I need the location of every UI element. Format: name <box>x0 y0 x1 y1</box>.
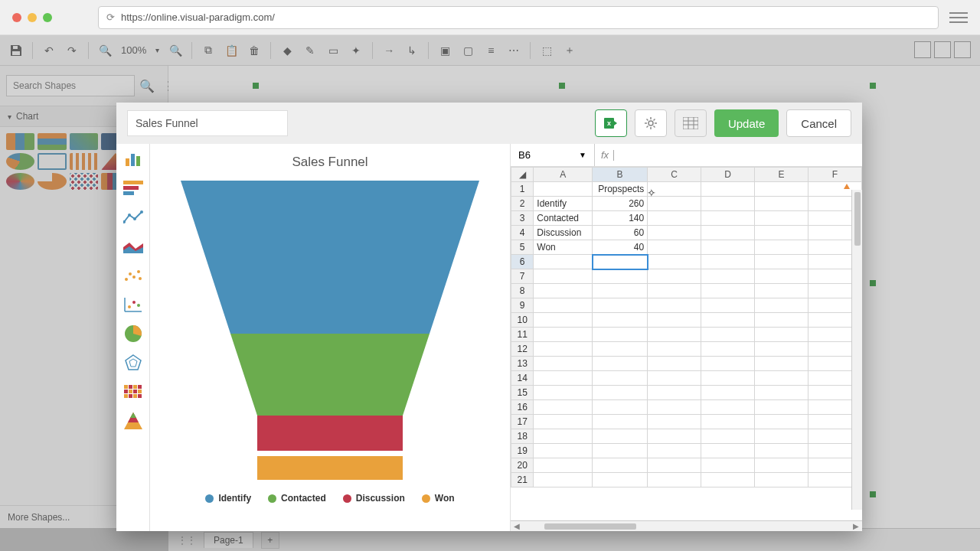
select-all-cell[interactable]: ◢ <box>511 168 534 182</box>
bar-chart-icon[interactable] <box>122 150 144 168</box>
svg-point-38 <box>132 301 136 304</box>
svg-rect-54 <box>138 394 142 398</box>
maximize-window[interactable] <box>43 13 52 22</box>
svg-rect-48 <box>129 390 132 393</box>
svg-rect-20 <box>136 156 140 166</box>
svg-rect-43 <box>124 385 128 389</box>
svg-rect-13 <box>683 117 698 129</box>
address-bar[interactable]: ⟳ https://online.visual-paradigm.com/ <box>98 6 939 29</box>
chart-preview: Sales Funnel Identify Contacted Discussi… <box>150 144 510 531</box>
funnel-seg-won <box>257 456 403 480</box>
svg-marker-57 <box>130 412 136 418</box>
svg-marker-41 <box>126 355 141 370</box>
svg-rect-52 <box>129 394 132 398</box>
data-grid-toggle[interactable] <box>675 109 707 137</box>
horizontal-scrollbar[interactable]: ◀ ▶ <box>511 520 862 531</box>
browser-chrome: ⟳ https://online.visual-paradigm.com/ <box>0 0 980 35</box>
funnel-seg-contacted <box>230 334 430 416</box>
col-C[interactable]: C <box>648 168 701 182</box>
svg-rect-21 <box>123 181 143 184</box>
svg-point-31 <box>129 272 132 276</box>
legend-discussion: Discussion <box>356 493 405 504</box>
funnel-chart <box>181 181 479 487</box>
cell-reference-box[interactable]: B6 ▼ <box>511 144 595 166</box>
cell-B1[interactable]: Propspects <box>593 182 648 197</box>
data-grid[interactable]: ◢ A B C D E F 1Propspects 2Identify260 3… <box>511 167 862 520</box>
svg-point-34 <box>139 277 142 280</box>
stacked-bar-icon[interactable] <box>122 179 144 197</box>
svg-rect-50 <box>138 390 142 393</box>
cell-A2[interactable]: Identify <box>534 197 593 211</box>
funnel-seg-identify <box>181 181 479 334</box>
chart-settings-button[interactable] <box>635 109 667 137</box>
line-chart-icon[interactable] <box>122 208 144 227</box>
col-A[interactable]: A <box>534 168 593 182</box>
cancel-button[interactable]: Cancel <box>786 109 851 137</box>
svg-rect-23 <box>123 191 134 195</box>
svg-point-33 <box>137 270 140 273</box>
legend-contacted: Contacted <box>281 493 326 504</box>
window-controls <box>12 13 52 22</box>
funnel-seg-discussion <box>257 416 403 451</box>
cell-A3[interactable]: Contacted <box>534 211 593 226</box>
bubble-icon[interactable] <box>122 295 144 314</box>
heatmap-icon[interactable] <box>122 383 144 401</box>
dialog-header: x Update Cancel <box>116 103 862 144</box>
cell-B6[interactable] <box>593 255 648 269</box>
svg-rect-44 <box>129 385 132 389</box>
svg-rect-51 <box>124 394 128 398</box>
radar-icon[interactable] <box>122 354 144 372</box>
reload-icon[interactable]: ⟳ <box>106 11 115 23</box>
legend-won: Won <box>435 493 455 504</box>
cell-B3[interactable]: 140 <box>593 211 648 226</box>
col-D[interactable]: D <box>701 168 755 182</box>
svg-line-12 <box>653 119 655 121</box>
svg-rect-19 <box>131 154 135 166</box>
svg-point-39 <box>137 304 140 307</box>
cell-B4[interactable]: 60 <box>593 226 648 240</box>
chart-legend: Identify Contacted Discussion Won <box>205 493 454 504</box>
svg-point-37 <box>128 305 131 308</box>
svg-point-27 <box>140 210 143 214</box>
close-window[interactable] <box>12 13 21 22</box>
svg-text:x: x <box>607 119 611 127</box>
chart-edit-dialog: x Update Cancel Sales Funnel <box>116 103 862 531</box>
cell-A4[interactable]: Discussion <box>534 226 593 240</box>
svg-point-4 <box>648 121 653 126</box>
col-F[interactable]: F <box>808 168 862 182</box>
formula-bar[interactable]: fx <box>595 149 862 161</box>
svg-rect-53 <box>133 394 137 398</box>
svg-point-32 <box>132 276 136 279</box>
minimize-window[interactable] <box>28 13 37 22</box>
scroll-up-icon[interactable] <box>844 184 850 189</box>
spreadsheet-panel: B6 ▼ fx ◢ A B C D E <box>510 144 862 531</box>
fx-label: fx <box>601 149 609 161</box>
svg-point-30 <box>125 278 128 281</box>
url-text: https://online.visual-paradigm.com/ <box>121 11 275 23</box>
svg-rect-22 <box>123 186 139 190</box>
chart-title-input[interactable] <box>127 110 288 136</box>
vertical-scrollbar[interactable] <box>851 190 862 510</box>
cell-B2[interactable]: 260 <box>593 197 648 211</box>
cell-B5[interactable]: 40 <box>593 240 648 255</box>
svg-rect-46 <box>138 385 142 389</box>
col-E[interactable]: E <box>755 168 808 182</box>
svg-rect-45 <box>133 385 137 389</box>
svg-rect-47 <box>124 390 128 393</box>
area-chart-icon[interactable] <box>122 237 144 256</box>
cell-A5[interactable]: Won <box>534 240 593 255</box>
browser-menu-icon[interactable] <box>949 8 968 27</box>
svg-rect-49 <box>133 390 137 393</box>
update-button[interactable]: Update <box>714 109 779 137</box>
svg-rect-18 <box>126 158 129 166</box>
pyramid-icon[interactable] <box>122 412 144 430</box>
scatter-icon[interactable] <box>122 266 144 285</box>
chart-type-rail <box>116 144 150 531</box>
col-B[interactable]: B <box>593 168 648 182</box>
svg-point-26 <box>133 217 136 220</box>
svg-point-25 <box>128 214 131 217</box>
export-excel-button[interactable]: x <box>595 109 627 137</box>
active-cell-label: B6 <box>518 149 531 161</box>
pie-icon[interactable] <box>122 324 144 343</box>
svg-line-9 <box>646 119 648 121</box>
